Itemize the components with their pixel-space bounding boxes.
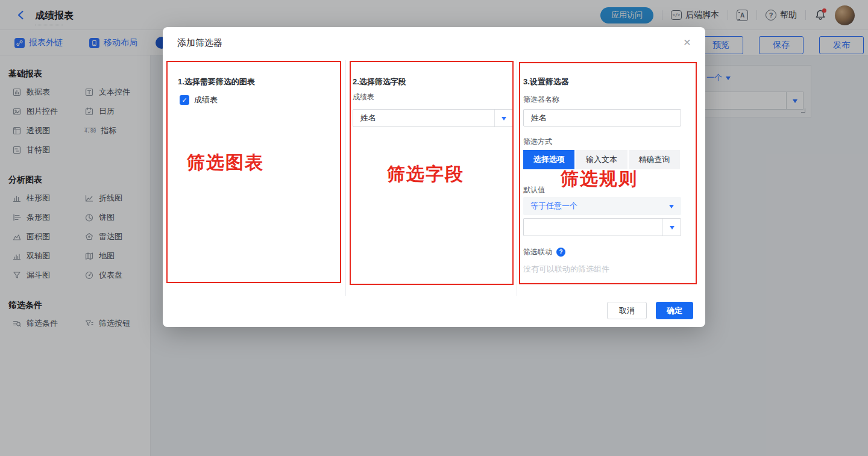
modal-title: 添加筛选器 — [177, 37, 222, 49]
annotation-text-step3: 筛选规则 — [561, 167, 638, 192]
close-icon[interactable]: × — [684, 36, 691, 48]
filter-linkage-row: 筛选联动 ? — [523, 247, 565, 257]
field-select-caret-cell[interactable] — [494, 110, 512, 126]
step3-heading: 3.设置筛选器 — [523, 77, 569, 87]
caret-down-icon — [502, 117, 506, 123]
rule-select-value: 等于任意一个 — [523, 201, 662, 211]
chart-checkbox-row[interactable]: ✓ 成绩表 — [180, 95, 218, 105]
source-table-label: 成绩表 — [353, 92, 374, 102]
filter-name-input[interactable] — [523, 109, 681, 126]
confirm-button[interactable]: 确定 — [656, 302, 693, 319]
default-value-label: 默认值 — [523, 185, 545, 195]
add-filter-modal: 添加筛选器 × 1.选择需要筛选的图表 ✓ 成绩表 2.选择筛选字段 成绩表 姓… — [163, 27, 705, 327]
filter-mode-label: 筛选方式 — [523, 137, 552, 147]
annotation-text-step2: 筛选字段 — [387, 162, 464, 187]
column-divider — [345, 60, 346, 296]
rule-select-caret-cell[interactable] — [662, 202, 681, 211]
checkbox-checked-icon[interactable]: ✓ — [180, 95, 189, 105]
field-select-value: 姓名 — [353, 113, 494, 123]
page: 成绩报表 应用访问 </> 后端脚本 A ? 帮助 — [0, 0, 868, 456]
step2-heading: 2.选择筛选字段 — [353, 77, 406, 87]
cancel-button[interactable]: 取消 — [607, 302, 647, 319]
mode-tab-select-option[interactable]: 选择选项 — [523, 150, 576, 169]
caret-down-icon — [670, 226, 675, 232]
chart-checkbox-label: 成绩表 — [194, 95, 218, 105]
filter-mode-segmented-control: 选择选项输入文本精确查询 — [523, 150, 680, 169]
mode-tab-input-text[interactable]: 输入文本 — [576, 150, 628, 169]
linkage-help-icon[interactable]: ? — [556, 248, 565, 257]
column-divider — [517, 60, 517, 296]
rule-select[interactable]: 等于任意一个 — [523, 197, 681, 215]
step1-heading: 1.选择需要筛选的图表 — [178, 77, 255, 87]
filter-linkage-label: 筛选联动 — [523, 247, 552, 257]
default-value-caret-cell[interactable] — [662, 219, 681, 236]
caret-down-icon — [669, 205, 674, 211]
filter-name-label: 筛选器名称 — [523, 95, 559, 105]
annotation-text-step1: 筛选图表 — [187, 151, 264, 175]
default-value-select[interactable] — [523, 218, 681, 236]
linkage-empty-text: 没有可以联动的筛选组件 — [523, 264, 609, 275]
mode-tab-exact-query[interactable]: 精确查询 — [629, 150, 680, 169]
field-select[interactable]: 姓名 — [353, 109, 513, 127]
